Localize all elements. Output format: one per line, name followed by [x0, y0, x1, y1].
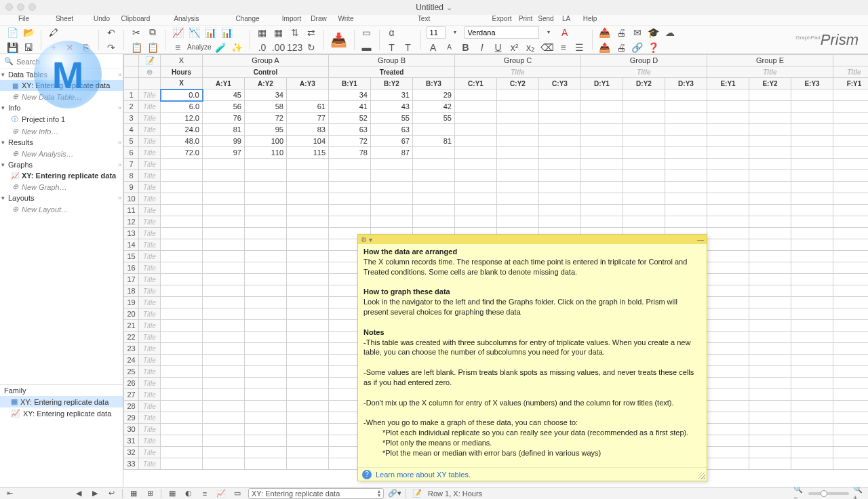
- data-cell[interactable]: [245, 216, 287, 228]
- minimize-window-icon[interactable]: [17, 3, 24, 11]
- row-title[interactable]: Title: [139, 113, 161, 124]
- data-cell[interactable]: [665, 159, 707, 170]
- row-title[interactable]: Title: [139, 216, 161, 228]
- data-cell[interactable]: [413, 182, 455, 193]
- row-number[interactable]: 23: [124, 343, 139, 355]
- data-cell[interactable]: [455, 170, 497, 182]
- save-icon[interactable]: 💾: [5, 41, 19, 54]
- data-cell[interactable]: [707, 285, 749, 297]
- data-cell[interactable]: [749, 458, 791, 470]
- data-cell[interactable]: [791, 435, 833, 447]
- row-number[interactable]: 3: [124, 113, 139, 124]
- data-cell[interactable]: [833, 159, 869, 170]
- magic-icon[interactable]: ✨: [231, 41, 244, 54]
- data-cell[interactable]: [287, 205, 329, 216]
- data-cell[interactable]: 52: [329, 113, 371, 124]
- data-cell[interactable]: [497, 124, 539, 136]
- row-number[interactable]: 30: [124, 424, 139, 435]
- menu-import[interactable]: Import: [278, 15, 305, 25]
- font-size-dropdown-icon[interactable]: ▾: [448, 26, 462, 39]
- data-cell[interactable]: [707, 89, 749, 101]
- data-cell[interactable]: [245, 458, 287, 470]
- data-cell[interactable]: [203, 274, 245, 285]
- data-cell[interactable]: [287, 262, 329, 274]
- undo-icon[interactable]: ↶: [104, 26, 118, 39]
- data-cell[interactable]: [833, 124, 869, 136]
- data-cell[interactable]: [749, 274, 791, 285]
- data-cell[interactable]: [791, 274, 833, 285]
- data-cell[interactable]: [623, 159, 665, 170]
- import-icon[interactable]: 📥: [330, 31, 349, 49]
- row-number[interactable]: 6: [124, 147, 139, 159]
- table-format-1-icon[interactable]: ▦: [256, 26, 269, 39]
- data-cell[interactable]: [497, 101, 539, 113]
- data-cell[interactable]: [791, 320, 833, 332]
- fill-icon[interactable]: ▬: [360, 41, 374, 54]
- x-cell[interactable]: 72.0: [161, 147, 203, 159]
- x-cell[interactable]: [161, 262, 203, 274]
- x-cell[interactable]: [161, 274, 203, 285]
- copy-icon[interactable]: ⧉: [146, 26, 159, 39]
- data-cell[interactable]: [791, 262, 833, 274]
- link-icon[interactable]: 🔗▾: [389, 489, 400, 498]
- text-t2-icon[interactable]: T: [401, 41, 415, 54]
- sub-header[interactable]: E:Y2: [749, 78, 791, 89]
- double-chevron-icon[interactable]: »: [118, 104, 121, 111]
- sub-header[interactable]: D:Y1: [581, 78, 623, 89]
- data-cell[interactable]: [665, 124, 707, 136]
- x-cell[interactable]: [161, 308, 203, 320]
- data-cell[interactable]: [791, 193, 833, 205]
- data-cell[interactable]: [749, 389, 791, 401]
- data-cell[interactable]: 83: [287, 124, 329, 136]
- data-cell[interactable]: [203, 159, 245, 170]
- data-cell[interactable]: 41: [329, 101, 371, 113]
- row-number[interactable]: 12: [124, 216, 139, 228]
- print2-icon[interactable]: 🖨: [614, 41, 628, 54]
- nav-data-table-item[interactable]: ▦ XY: Entering replicate data: [0, 80, 123, 91]
- text-t-icon[interactable]: T: [385, 41, 399, 54]
- data-cell[interactable]: [497, 193, 539, 205]
- data-cell[interactable]: [791, 332, 833, 343]
- font-smaller-icon[interactable]: A: [443, 41, 456, 54]
- data-cell[interactable]: [707, 101, 749, 113]
- cut-icon[interactable]: ✂: [130, 26, 143, 39]
- row-title[interactable]: Title: [139, 193, 161, 205]
- view-type-2-icon[interactable]: ◐: [183, 489, 194, 498]
- data-cell[interactable]: [371, 205, 413, 216]
- data-cell[interactable]: [329, 182, 371, 193]
- chart-type-2-icon[interactable]: 📉: [187, 26, 201, 39]
- zoom-out-icon[interactable]: 🔍−: [793, 489, 804, 498]
- row-title[interactable]: Title: [139, 101, 161, 113]
- export-xml-icon[interactable]: 📤: [598, 26, 612, 39]
- family-item-2[interactable]: 📈 XY: Entering replicate data: [0, 407, 123, 419]
- data-cell[interactable]: 115: [287, 147, 329, 159]
- data-cell[interactable]: [203, 447, 245, 458]
- new-file-icon[interactable]: 📄: [5, 26, 19, 39]
- data-cell[interactable]: [329, 159, 371, 170]
- data-cell[interactable]: [791, 447, 833, 458]
- menu-export[interactable]: Export: [488, 15, 515, 25]
- data-cell[interactable]: [245, 389, 287, 401]
- data-cell[interactable]: 34: [329, 89, 371, 101]
- data-cell[interactable]: [623, 170, 665, 182]
- group-title[interactable]: Title: [707, 66, 833, 78]
- view-type-3-icon[interactable]: ≡: [199, 489, 210, 498]
- data-cell[interactable]: [203, 182, 245, 193]
- nav-new-analysis[interactable]: ⊕ New Analysis…: [0, 148, 123, 159]
- row-number[interactable]: 18: [124, 285, 139, 297]
- data-cell[interactable]: [791, 355, 833, 366]
- double-chevron-icon[interactable]: »: [118, 161, 121, 168]
- data-cell[interactable]: 87: [371, 147, 413, 159]
- help-question-icon[interactable]: ❓: [647, 41, 660, 54]
- align-icon[interactable]: ≡: [557, 41, 570, 54]
- data-cell[interactable]: [833, 262, 869, 274]
- row-number[interactable]: 10: [124, 193, 139, 205]
- data-cell[interactable]: [203, 332, 245, 343]
- row-number[interactable]: 28: [124, 401, 139, 412]
- data-cell[interactable]: [287, 285, 329, 297]
- row-title[interactable]: Title: [139, 205, 161, 216]
- data-cell[interactable]: [749, 355, 791, 366]
- data-cell[interactable]: [245, 170, 287, 182]
- data-cell[interactable]: [791, 424, 833, 435]
- row-title[interactable]: Title: [139, 285, 161, 297]
